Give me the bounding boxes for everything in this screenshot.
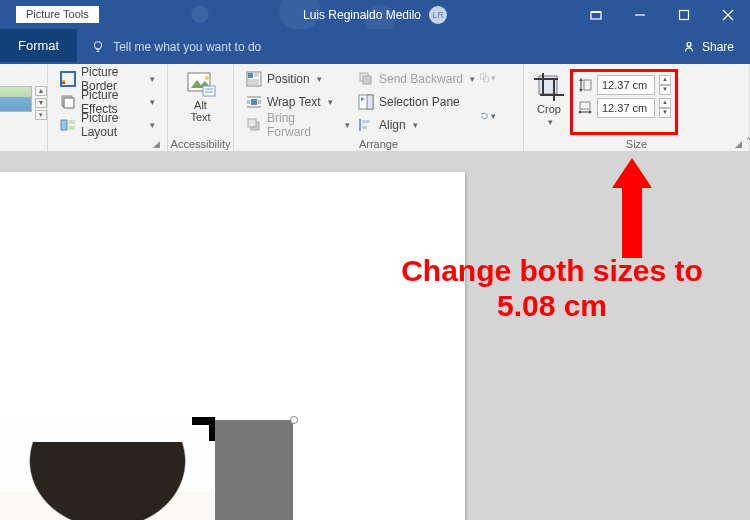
svg-rect-17 [69,126,75,130]
svg-rect-39 [248,119,256,127]
picture-layout-icon [60,117,76,133]
svg-point-9 [687,42,691,46]
picture-layout-label: Picture Layout [81,111,143,139]
send-backward-button[interactable]: Send Backward▾ [354,68,480,90]
align-label: Align [379,118,406,132]
svg-rect-31 [251,99,257,105]
share-button[interactable]: Share [666,29,750,64]
crop-button[interactable]: Crop ▾ [534,69,564,135]
group-objects-button[interactable]: ▾ [480,70,496,86]
height-icon [577,77,593,93]
svg-rect-59 [580,102,590,109]
selection-pane-label: Selection Pane [379,95,460,109]
svg-marker-57 [578,110,581,114]
alt-text-button[interactable]: AltText [176,68,225,125]
picture-styles-gallery-scroll[interactable]: ▲▼▾ [35,86,47,120]
crop-dropdown-icon[interactable]: ▾ [548,117,553,127]
picture-border-icon [60,71,76,87]
width-spinner[interactable]: ▲▼ [659,98,671,118]
position-button[interactable]: Position▾ [242,68,354,90]
size-launcher[interactable]: ◢ [735,139,745,149]
svg-point-20 [205,76,209,80]
title-bar: Picture Tools Luis Reginaldo Medilo LR [0,0,750,29]
svg-rect-43 [367,95,373,109]
svg-marker-54 [579,89,583,92]
position-icon [246,71,262,87]
shape-width-input[interactable]: 12.37 cm [597,98,655,118]
svg-rect-15 [61,120,67,130]
group-picture-adjust: Picture Border▾ Picture Effects▾ Picture… [48,64,168,151]
crop-excluded-region [215,420,293,520]
svg-rect-25 [248,73,253,78]
annotation-arrow [612,158,652,258]
wrap-text-label: Wrap Text [267,95,321,109]
lightbulb-icon [91,40,105,54]
svg-rect-16 [69,120,75,124]
width-icon [577,100,593,116]
svg-point-6 [95,41,102,48]
picture-effects-button[interactable]: Picture Effects▾ [56,91,159,113]
share-icon [682,40,696,54]
crop-icon [534,73,564,101]
svg-marker-58 [589,110,592,114]
alt-text-icon [185,70,217,98]
send-backward-icon [358,71,374,87]
selection-handle-top[interactable] [290,416,298,424]
picture-border-button[interactable]: Picture Border▾ [56,68,159,90]
svg-rect-55 [584,80,591,90]
rotate-button[interactable]: ▾ [480,108,496,124]
bring-forward-icon [246,117,262,133]
svg-rect-14 [64,98,74,108]
share-label: Share [702,40,734,54]
crop-label: Crop [537,103,561,115]
svg-marker-50 [482,113,484,115]
inserted-picture[interactable] [0,420,293,520]
svg-marker-53 [579,78,583,81]
shape-height-input[interactable]: 12.37 cm [597,75,655,95]
alt-text-label: AltText [190,100,210,123]
svg-rect-21 [203,86,215,96]
height-spinner[interactable]: ▲▼ [659,75,671,95]
svg-rect-46 [362,120,370,123]
group-size: Crop ▾ 12.37 cm ▲▼ 12.37 cm ▲▼ Size ◢ ˄ [524,64,750,151]
group-label-arrange: Arrange [234,138,523,150]
contextual-tab-label: Picture Tools [16,6,99,23]
account-avatar: LR [429,6,447,24]
group-accessibility: AltText Accessibility [168,64,234,151]
svg-rect-41 [363,76,371,84]
tab-format[interactable]: Format [0,29,77,64]
picture-style-preset[interactable] [0,86,32,112]
picture-effects-icon [60,94,76,110]
ribbon-tab-row: Format Tell me what you want to do Share [0,29,750,64]
account-username: Luis Reginaldo Medilo [303,8,421,22]
align-icon [358,117,374,133]
ribbon: ▲▼▾ Picture Border▾ Picture Effects▾ Pic… [0,64,750,152]
wrap-text-button[interactable]: Wrap Text▾ [242,91,354,113]
selection-pane-icon [358,94,374,110]
crop-handle-top[interactable] [209,417,215,441]
group-label-size: Size [524,138,749,150]
selection-pane-button[interactable]: Selection Pane [354,91,480,113]
align-button[interactable]: Align▾ [354,114,480,136]
group-picture-styles: ▲▼▾ [0,64,48,151]
send-backward-label: Send Backward [379,72,463,86]
picture-layout-button[interactable]: Picture Layout▾ [56,114,159,136]
group-label-accessibility: Accessibility [168,138,233,150]
bring-forward-label: Bring Forward [267,111,338,139]
position-label: Position [267,72,310,86]
picture-styles-launcher[interactable]: ◢ [153,139,163,149]
account-area[interactable]: Luis Reginaldo Medilo LR [303,6,447,24]
bring-forward-button[interactable]: Bring Forward▾ [242,114,354,136]
svg-rect-12 [62,82,65,84]
tell-me-placeholder: Tell me what you want to do [113,40,261,54]
collapse-ribbon-button[interactable]: ˄ [746,136,750,147]
svg-rect-11 [62,80,65,82]
annotation-text: Change both sizes to 5.08 cm [372,254,732,323]
tell-me-search[interactable]: Tell me what you want to do [91,29,261,64]
wrap-text-icon [246,94,262,110]
svg-rect-47 [362,126,367,129]
size-fields-highlight: 12.37 cm ▲▼ 12.37 cm ▲▼ [570,69,678,135]
group-arrange: Position▾ Wrap Text▾ Bring Forward▾ Send… [234,64,524,151]
